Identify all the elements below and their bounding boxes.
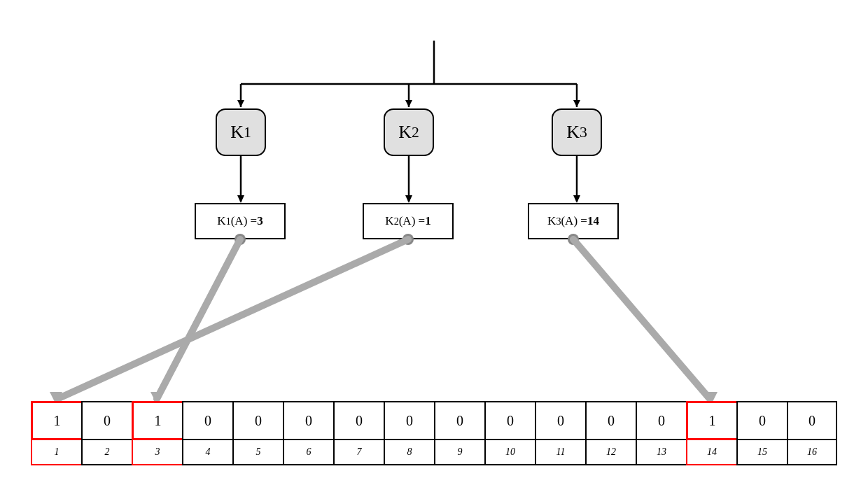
bit-cell-13: 0 — [636, 401, 686, 440]
bit-index-11: 11 — [535, 440, 585, 465]
svg-marker-9 — [237, 195, 244, 203]
result-box-k2: K2(A) = 1 — [363, 203, 454, 239]
bit-cell-4: 0 — [182, 401, 232, 440]
bit-cell-11: 0 — [535, 401, 585, 440]
svg-marker-11 — [405, 195, 412, 203]
svg-marker-7 — [573, 100, 580, 107]
index-row: 12345678910111213141516 — [0, 440, 868, 465]
bit-index-3: 3 — [132, 440, 182, 465]
bit-cell-2: 0 — [81, 401, 132, 440]
bit-index-16: 16 — [787, 440, 837, 465]
bit-index-9: 9 — [434, 440, 484, 465]
svg-marker-3 — [237, 100, 244, 107]
bit-cell-14: 1 — [686, 401, 736, 440]
svg-marker-5 — [405, 100, 412, 107]
bit-index-13: 13 — [636, 440, 686, 465]
bit-cell-8: 0 — [384, 401, 434, 440]
bit-cell-9: 0 — [434, 401, 484, 440]
bit-cell-5: 0 — [232, 401, 283, 440]
bit-index-2: 2 — [81, 440, 132, 465]
bit-index-5: 5 — [232, 440, 283, 465]
bit-cell-7: 0 — [333, 401, 384, 440]
svg-line-21 — [573, 239, 710, 399]
bit-index-15: 15 — [736, 440, 787, 465]
bit-index-14: 14 — [686, 440, 736, 465]
bit-index-12: 12 — [585, 440, 636, 465]
svg-line-19 — [57, 239, 408, 399]
bit-cell-3: 1 — [132, 401, 182, 440]
result-box-k1: K1(A) = 3 — [195, 203, 286, 239]
cells-row: 1010000000000100 — [0, 401, 868, 440]
bit-index-8: 8 — [384, 440, 434, 465]
bit-index-6: 6 — [283, 440, 333, 465]
bit-index-4: 4 — [182, 440, 232, 465]
bit-index-10: 10 — [484, 440, 535, 465]
k3-node: K3 — [552, 108, 602, 156]
bit-index-7: 7 — [333, 440, 384, 465]
bit-cell-16: 0 — [787, 401, 837, 440]
result-box-k3: K3(A) = 14 — [528, 203, 619, 239]
bit-cell-15: 0 — [736, 401, 787, 440]
svg-marker-13 — [573, 195, 580, 203]
bit-cell-6: 0 — [283, 401, 333, 440]
k2-node: K2 — [384, 108, 434, 156]
bit-cell-10: 0 — [484, 401, 535, 440]
k1-node: K1 — [216, 108, 266, 156]
svg-line-17 — [157, 239, 240, 399]
bit-cell-12: 0 — [585, 401, 636, 440]
bit-index-1: 1 — [31, 440, 81, 465]
bit-cell-1: 1 — [31, 401, 81, 440]
bit-array-section: 1010000000000100 12345678910111213141516 — [0, 401, 868, 465]
